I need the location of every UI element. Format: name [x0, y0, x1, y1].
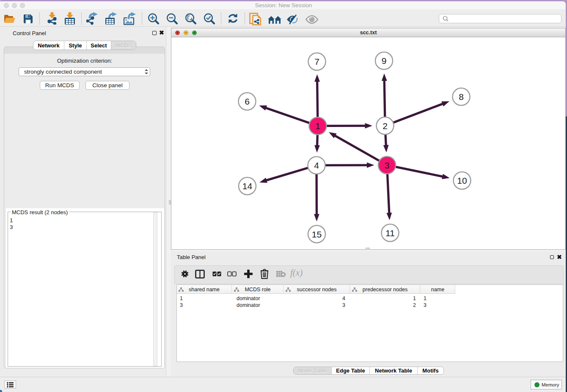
svg-text:10: 10	[457, 176, 467, 185]
svg-text:8: 8	[459, 92, 464, 102]
svg-text:7: 7	[314, 57, 319, 66]
svg-text:11: 11	[385, 228, 395, 238]
svg-text:2: 2	[383, 121, 388, 131]
svg-text:14: 14	[242, 181, 253, 191]
svg-text:1: 1	[315, 121, 320, 131]
svg-text:3: 3	[385, 160, 390, 170]
svg-text:6: 6	[245, 97, 250, 106]
svg-text:9: 9	[382, 56, 387, 66]
svg-text:15: 15	[312, 229, 322, 239]
svg-text:4: 4	[314, 160, 319, 170]
